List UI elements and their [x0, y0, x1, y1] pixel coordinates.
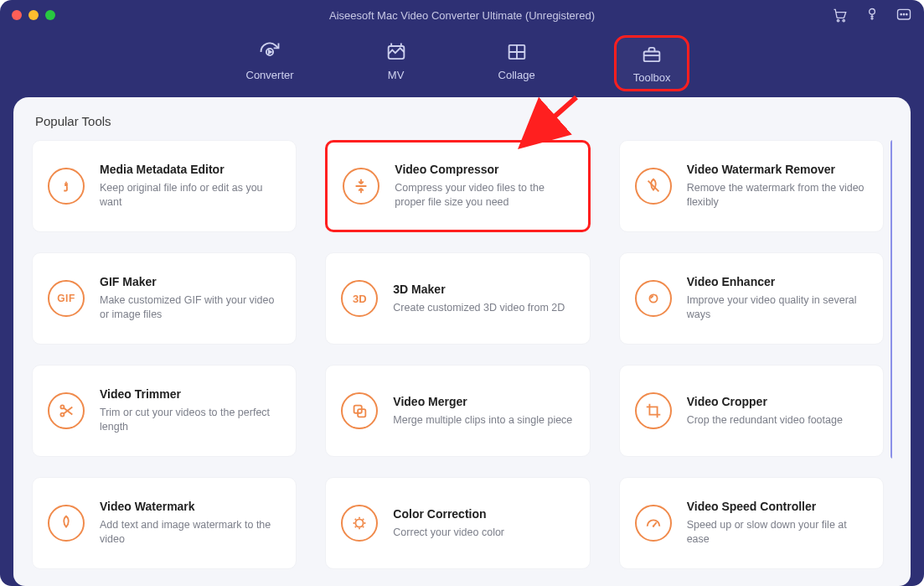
tool-title: Video Enhancer: [687, 275, 868, 288]
tool-color-correction[interactable]: Color Correction Correct your video colo…: [325, 477, 590, 569]
tool-desc: Speed up or slow down your file at ease: [687, 518, 868, 547]
tab-mv[interactable]: MV: [373, 35, 420, 91]
remove-watermark-icon: [635, 168, 672, 205]
maximize-window-button[interactable]: [45, 10, 55, 20]
tool-title: Video Watermark Remover: [687, 163, 868, 176]
mv-icon: [385, 40, 408, 64]
tool-title: Video Speed Controller: [687, 500, 868, 513]
watermark-icon: [48, 505, 85, 542]
tool-video-trimmer[interactable]: Video Trimmer Trim or cut your videos to…: [32, 365, 297, 457]
tool-desc: Keep original file info or edit as you w…: [100, 181, 281, 210]
minimize-window-button[interactable]: [28, 10, 39, 20]
scrollbar[interactable]: [890, 140, 892, 459]
tab-toolbox[interactable]: Toolbox: [614, 35, 690, 91]
svg-point-13: [656, 295, 657, 296]
tab-label: MV: [388, 69, 405, 81]
window-title: Aiseesoft Mac Video Converter Ultimate (…: [0, 9, 924, 22]
tab-converter[interactable]: Converter: [235, 35, 306, 91]
compress-icon: [343, 168, 379, 205]
header-actions: [832, 7, 912, 23]
tool-video-enhancer[interactable]: Video Enhancer Improve your video qualit…: [619, 252, 884, 345]
tool-desc: Compress your video files to the proper …: [395, 181, 572, 210]
tool-media-metadata-editor[interactable]: Media Metadata Editor Keep original file…: [32, 140, 297, 232]
window-controls: [12, 10, 55, 20]
tool-title: Video Watermark: [100, 500, 281, 513]
feedback-icon[interactable]: [896, 7, 912, 23]
merger-icon: [341, 392, 378, 429]
tool-title: Video Merger: [393, 395, 574, 408]
color-icon: [341, 505, 378, 542]
tool-video-speed-controller[interactable]: Video Speed Controller Speed up or slow …: [619, 477, 884, 569]
svg-point-5: [903, 14, 904, 15]
three-d-icon: 3D: [341, 280, 378, 317]
tool-title: Video Cropper: [687, 395, 868, 408]
info-icon: [48, 168, 85, 205]
tool-desc: Make customized GIF with your video or i…: [100, 293, 281, 322]
key-icon[interactable]: [864, 7, 880, 23]
tool-desc: Crop the redundant video footage: [687, 413, 868, 428]
svg-point-0: [837, 20, 839, 22]
tool-desc: Improve your video quality in several wa…: [687, 293, 868, 322]
collage-icon: [505, 40, 529, 64]
tools-grid-wrap: Media Metadata Editor Keep original file…: [32, 140, 892, 580]
tool-title: Video Trimmer: [100, 387, 281, 401]
converter-icon: [258, 40, 281, 64]
tool-title: 3D Maker: [393, 283, 574, 296]
enhancer-icon: [635, 280, 672, 317]
app-window: Aiseesoft Mac Video Converter Ultimate (…: [0, 0, 924, 586]
tool-desc: Add text and image watermark to the vide…: [100, 518, 281, 547]
tool-video-watermark[interactable]: Video Watermark Add text and image water…: [32, 477, 297, 569]
svg-point-1: [843, 20, 844, 22]
svg-point-6: [906, 14, 907, 15]
tool-video-watermark-remover[interactable]: Video Watermark Remover Remove the water…: [619, 140, 884, 232]
tool-video-merger[interactable]: Video Merger Merge multiple clips into a…: [325, 365, 590, 457]
tool-gif-maker[interactable]: GIF GIF Maker Make customized GIF with y…: [32, 252, 297, 345]
tool-3d-maker[interactable]: 3D 3D Maker Create customized 3D video f…: [325, 252, 590, 345]
tool-desc: Remove the watermark from the video flex…: [687, 181, 868, 210]
tool-video-cropper[interactable]: Video Cropper Crop the redundant video f…: [619, 365, 884, 457]
tab-label: Toolbox: [633, 71, 671, 84]
tool-title: Media Metadata Editor: [100, 163, 281, 176]
tool-desc: Merge multiple clips into a single piece: [393, 413, 574, 428]
tool-video-compressor[interactable]: Video Compressor Compress your video fil…: [325, 140, 590, 232]
main-tabs: Converter MV Collage Toolbox: [0, 35, 924, 91]
section-title: Popular Tools: [35, 114, 892, 128]
tools-grid: Media Metadata Editor Keep original file…: [32, 140, 892, 569]
tab-label: Converter: [246, 69, 294, 81]
tool-desc: Trim or cut your videos to the perfect l…: [100, 406, 281, 434]
toolbox-icon: [640, 43, 663, 66]
svg-point-19: [652, 525, 653, 526]
titlebar: Aiseesoft Mac Video Converter Ultimate (…: [0, 0, 924, 30]
content-panel: Popular Tools Media Metadata Editor Keep…: [13, 97, 911, 586]
tool-title: Color Correction: [393, 507, 574, 521]
svg-point-15: [60, 413, 64, 417]
crop-icon: [635, 392, 672, 429]
close-window-button[interactable]: [12, 10, 22, 20]
svg-point-14: [60, 405, 64, 408]
cart-icon[interactable]: [832, 7, 849, 23]
tool-desc: Create customized 3D video from 2D: [393, 301, 574, 315]
tab-collage[interactable]: Collage: [487, 35, 547, 91]
svg-point-4: [901, 14, 901, 15]
svg-rect-10: [644, 52, 660, 62]
svg-point-11: [65, 182, 67, 184]
gif-icon: GIF: [48, 280, 85, 317]
tool-title: Video Compressor: [395, 163, 572, 176]
speed-icon: [635, 505, 672, 542]
scissors-icon: [48, 392, 85, 429]
svg-point-2: [870, 9, 875, 15]
svg-point-18: [356, 519, 364, 526]
tool-desc: Correct your video color: [393, 526, 574, 540]
tool-title: GIF Maker: [100, 275, 281, 288]
tab-label: Collage: [498, 69, 535, 81]
